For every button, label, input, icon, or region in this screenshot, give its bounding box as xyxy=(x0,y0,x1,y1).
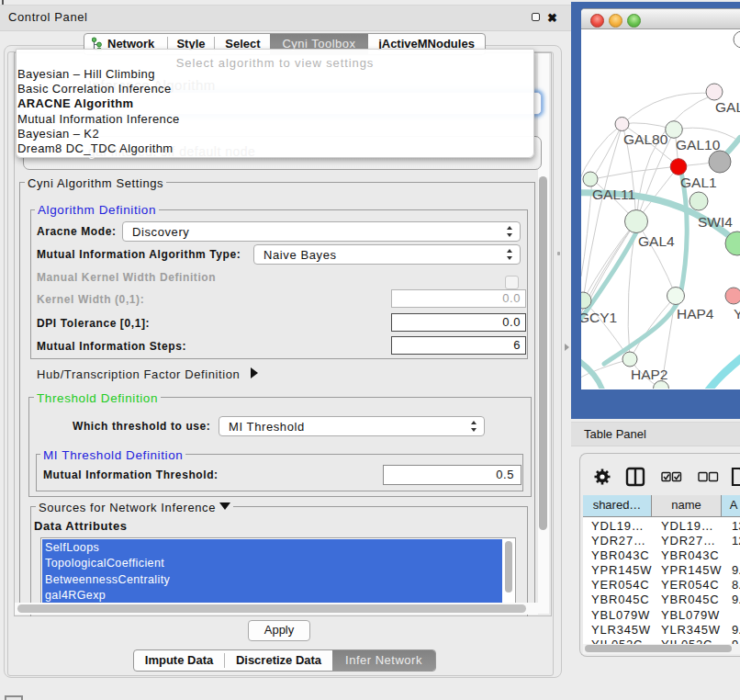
svg-text:GAL4: GAL4 xyxy=(638,233,675,249)
svg-text:GAL80: GAL80 xyxy=(623,131,668,147)
svg-text:Y: Y xyxy=(734,306,740,322)
svg-text:SWI4: SWI4 xyxy=(698,214,733,230)
svg-text:GAL11: GAL11 xyxy=(592,186,635,202)
svg-text:HAP2: HAP2 xyxy=(631,367,668,382)
svg-text:HAP4: HAP4 xyxy=(677,306,714,322)
svg-text:GAL10: GAL10 xyxy=(676,137,721,152)
svg-text:GAL1: GAL1 xyxy=(680,175,717,190)
svg-text:GCY1: GCY1 xyxy=(581,310,617,325)
svg-text:GAL: GAL xyxy=(715,99,740,115)
